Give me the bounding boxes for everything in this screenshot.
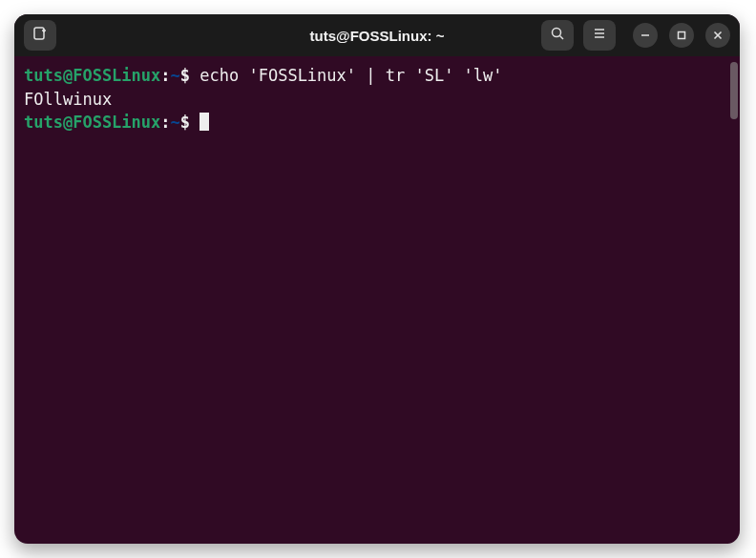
- svg-line-4: [560, 36, 564, 40]
- prompt-dollar: $: [180, 66, 200, 85]
- titlebar-right: [541, 20, 730, 51]
- minimize-icon: [640, 27, 651, 45]
- prompt-user: tuts@FOSSLinux: [24, 66, 160, 85]
- cursor: [200, 113, 209, 131]
- new-tab-button[interactable]: [24, 20, 56, 51]
- prompt-colon: :: [160, 66, 170, 85]
- terminal-window: tuts@FOSSLinux: ~: [14, 14, 740, 544]
- search-icon: [550, 26, 565, 45]
- titlebar: tuts@FOSSLinux: ~: [14, 14, 740, 56]
- close-icon: [712, 27, 724, 45]
- maximize-icon: [676, 27, 687, 45]
- maximize-button[interactable]: [669, 23, 694, 48]
- close-button[interactable]: [705, 23, 730, 48]
- menu-icon: [592, 26, 607, 45]
- titlebar-left: [24, 20, 56, 51]
- new-tab-icon: [32, 25, 49, 46]
- prompt-user: tuts@FOSSLinux: [24, 113, 160, 132]
- svg-rect-9: [679, 31, 685, 38]
- terminal-line: tuts@FOSSLinux:~$: [24, 111, 730, 134]
- minimize-button[interactable]: [633, 23, 658, 48]
- prompt-colon: :: [160, 113, 170, 132]
- svg-rect-0: [34, 28, 44, 39]
- terminal-line: tuts@FOSSLinux:~$ echo 'FOSSLinux' | tr …: [24, 64, 730, 88]
- svg-point-3: [553, 29, 561, 37]
- window-title: tuts@FOSSLinux: ~: [310, 28, 445, 44]
- scrollbar[interactable]: [730, 62, 738, 119]
- terminal-output: FOllwinux: [24, 88, 730, 112]
- prompt-path: ~: [171, 66, 180, 85]
- prompt-path: ~: [171, 113, 180, 132]
- search-button[interactable]: [541, 20, 574, 51]
- window-controls: [633, 23, 730, 48]
- menu-button[interactable]: [583, 20, 616, 51]
- command-text: echo 'FOSSLinux' | tr 'SL' 'lw': [200, 66, 502, 85]
- prompt-dollar: $: [180, 113, 200, 132]
- terminal-body[interactable]: tuts@FOSSLinux:~$ echo 'FOSSLinux' | tr …: [14, 56, 740, 544]
